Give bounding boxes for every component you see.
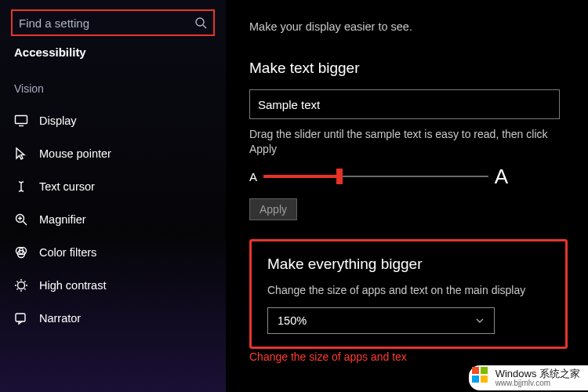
nav-label: Narrator — [39, 312, 81, 325]
nav-label: Mouse pointer — [39, 147, 111, 160]
narrator-icon — [14, 311, 28, 325]
watermark: Windows 系统之家 www.bjjmlv.com — [469, 365, 588, 390]
sidebar-item-color-filters[interactable]: Color filters — [0, 236, 226, 269]
svg-line-20 — [24, 281, 25, 282]
display-icon — [14, 114, 28, 128]
scale-subtext: Change the size of apps and text on the … — [267, 284, 550, 296]
text-size-slider-row: A A — [249, 165, 508, 189]
nav-label: Color filters — [39, 246, 96, 259]
breadcrumb: Accessibility — [14, 45, 212, 59]
sidebar-item-mouse-pointer[interactable]: Mouse pointer — [0, 137, 226, 170]
make-everything-bigger-heading: Make everything bigger — [267, 256, 550, 273]
mouse-pointer-icon — [14, 147, 28, 161]
windows-logo-icon — [472, 367, 491, 386]
sidebar-item-high-contrast[interactable]: High contrast — [0, 269, 226, 302]
category-label: Vision — [14, 82, 212, 95]
text-cursor-icon — [14, 180, 28, 194]
high-contrast-icon — [14, 278, 28, 292]
svg-line-18 — [24, 289, 25, 289]
watermark-line2: www.bjjmlv.com — [495, 379, 580, 388]
svg-rect-2 — [16, 116, 27, 124]
sidebar-item-magnifier[interactable]: Magnifier — [0, 203, 226, 236]
truncated-text: Change the size of apps and tex — [249, 350, 563, 363]
svg-rect-21 — [16, 314, 25, 321]
slider-max-label: A — [495, 165, 508, 189]
slider-fill — [263, 175, 339, 178]
make-everything-bigger-section: Make everything bigger Change the size o… — [249, 239, 568, 349]
search-icon — [194, 16, 207, 29]
svg-point-12 — [18, 282, 25, 289]
chevron-down-icon — [475, 316, 485, 325]
svg-line-6 — [24, 222, 27, 226]
settings-sidebar: Accessibility Vision Display Mouse point… — [0, 0, 226, 392]
main-panel: Make your display easier to see. Make te… — [226, 0, 588, 392]
nav-label: Magnifier — [39, 213, 86, 226]
watermark-line1: Windows 系统之家 — [495, 368, 580, 379]
text-size-slider[interactable] — [263, 175, 488, 178]
svg-line-1 — [203, 25, 206, 28]
nav-list: Display Mouse pointer Text cursor Magnif… — [0, 104, 226, 335]
slider-thumb[interactable] — [336, 169, 343, 184]
nav-label: Display — [39, 114, 77, 127]
scale-select[interactable]: 150% — [267, 307, 495, 334]
sample-text-box: Sample text — [249, 89, 560, 119]
search-input[interactable] — [19, 16, 194, 30]
magnifier-icon — [14, 212, 28, 227]
nav-label: High contrast — [39, 279, 106, 292]
search-box[interactable] — [11, 9, 215, 36]
intro-text: Make your display easier to see. — [249, 20, 564, 33]
sidebar-item-text-cursor[interactable]: Text cursor — [0, 170, 226, 203]
color-filters-icon — [14, 245, 28, 260]
apply-button[interactable]: Apply — [249, 198, 297, 220]
sidebar-item-display[interactable]: Display — [0, 104, 226, 137]
slider-min-label: A — [249, 170, 257, 183]
sidebar-item-narrator[interactable]: Narrator — [0, 302, 226, 335]
nav-label: Text cursor — [39, 180, 95, 193]
svg-line-19 — [17, 289, 18, 289]
make-text-bigger-heading: Make text bigger — [249, 60, 564, 77]
slider-instruction: Drag the slider until the sample text is… — [249, 127, 563, 157]
svg-line-17 — [17, 281, 18, 282]
svg-point-0 — [196, 18, 204, 26]
scale-value: 150% — [278, 314, 307, 327]
